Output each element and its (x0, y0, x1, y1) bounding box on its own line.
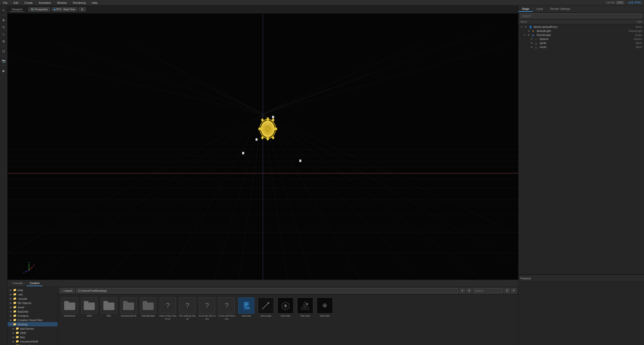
content-item-tut3-usda[interactable]: tut3.usda (296, 297, 314, 320)
svg-rect-47 (267, 118, 269, 121)
tree-item-vscode[interactable]: ▶ 📁 .vscode (8, 296, 58, 301)
stage-item-sphere[interactable]: 👁 ○ Sphere Sphere (518, 37, 644, 41)
menu-rendering[interactable]: Rendering (72, 1, 87, 5)
tree-item-insurance[interactable]: ▶ 📁 InsuranceStuff (8, 339, 58, 343)
filter-btn[interactable]: ▼ (460, 288, 465, 293)
content-grid: bad frames DND (58, 294, 518, 345)
svg-line-60 (25, 270, 29, 272)
viewport-tab[interactable]: Viewport (10, 7, 24, 12)
move-tool-icon[interactable]: ✥ (1, 17, 7, 23)
transform-tool-icon[interactable]: ⊞ (1, 38, 7, 44)
viewport-header: Viewport 📷 Perspective RTX - Real-Time 👁 (8, 6, 518, 14)
svg-point-55 (265, 126, 270, 132)
expand-icon: ▶ (12, 332, 15, 334)
folder-icon: 📁 (16, 344, 19, 345)
tree-item-3dobjects[interactable]: ▶ 📁 3D Objects (8, 301, 58, 305)
content-item-tut1a-usda[interactable]: tut1a.usda (257, 297, 275, 320)
content-browser: + Import ▼ ⊞ ☰ ⚙ (58, 287, 518, 345)
svg-rect-75 (244, 306, 247, 307)
content-item-todo-list[interactable]: ? To Do list 2021.docx (198, 297, 216, 320)
stage-item-omnigraph[interactable]: ▼ 👁 ◈ OmniGraph Scope (518, 33, 644, 37)
folder-icon: 📁 (13, 310, 17, 313)
tree-item-files[interactable]: ▶ 📁 files (8, 335, 58, 339)
content-item-todo-work[interactable]: ? To Do work list.docx (218, 297, 235, 320)
camera-tool-icon[interactable]: 📷 (1, 58, 7, 64)
bookmark-btn[interactable]: ⊞ (466, 288, 471, 293)
tree-item-dnd[interactable]: ▶ 📁 DND (8, 331, 58, 335)
tab-render-settings[interactable]: Render Settings (547, 6, 574, 12)
svg-rect-69 (123, 301, 128, 303)
tab-content[interactable]: Content (27, 281, 43, 286)
select-tool-icon[interactable]: ↖ (1, 8, 7, 13)
tree-item-creative-cloud[interactable]: ▶ 📁 Creative Cloud Files (8, 318, 58, 322)
graph-icon: ◈ (532, 34, 536, 36)
tab-layer[interactable]: Layer (533, 6, 547, 12)
content-item-trail-usda[interactable]: USD trail.usda (237, 297, 255, 320)
list-view-btn[interactable]: ☰ (505, 288, 510, 293)
tree-item-bad-frames[interactable]: ▶ 📁 bad frames (8, 326, 58, 331)
tree-item-ssh[interactable]: ▶ 📁 .ssh (8, 292, 58, 296)
content-item-have-nice-death[interactable]: ? Have a Nice Death.url (159, 297, 177, 320)
visibility-icon: 👁 (531, 38, 534, 40)
stage-panel: Stage Layer Render Settings Name Type ▼ … (518, 6, 644, 275)
search-input[interactable] (473, 288, 503, 293)
axis-svg: X Y Z (23, 262, 35, 274)
viewport[interactable]: Viewport 📷 Perspective RTX - Real-Time 👁 (8, 6, 518, 280)
tree-item-desktop[interactable]: ▼ 📂 Desktop (8, 322, 58, 326)
content-item-insurance[interactable]: InsuranceStu ff (120, 297, 137, 320)
settings-btn[interactable]: ⚙ (511, 288, 516, 293)
svg-text:Z: Z (23, 271, 25, 274)
stage-item-world[interactable]: ▼ 👁 👤 World (defaultPrim) Xform (518, 25, 644, 29)
viewport-eye-btn[interactable]: 👁 (79, 7, 86, 12)
scale-tool-icon[interactable]: ⤡ (1, 31, 7, 37)
content-item-dnd[interactable]: DND (80, 297, 98, 320)
cache-label: CACHE: OFF (606, 1, 624, 4)
menu-bar: File Edit Create Animation Window Render… (0, 0, 644, 6)
main-layout: ↖ ✥ ↻ ⤡ ⊞ ⊡ 📷 ▶ Viewport 📷 Perspective (0, 6, 644, 345)
bottom-panel: Console Content ▶ 📁 p4qt ▶ 📁 .ssh (8, 280, 518, 345)
tree-item-appdata[interactable]: ▶ 📁 AppData (8, 309, 58, 314)
tab-console[interactable]: Console (10, 281, 26, 286)
content-item-testing-folder[interactable]: TestingFolder (139, 297, 157, 320)
viewport-grid (8, 14, 518, 280)
right-panel: Stage Layer Render Settings Name Type ▼ … (518, 6, 644, 345)
tree-item-testing-folder[interactable]: ▶ 📁 TestingFolder (8, 343, 58, 345)
type-icon: 👤 (529, 26, 533, 28)
content-item-tut5-usda[interactable]: tut5.usda (316, 297, 334, 320)
toolbar-sep-4 (1, 66, 6, 66)
content-item-files[interactable]: files (100, 297, 118, 320)
stage-item-mesh[interactable]: 👁 △ mesh Mesh (518, 45, 644, 49)
visibility-icon: 👁 (531, 42, 534, 45)
tree-item-contacts[interactable]: ▶ 📁 Contacts (8, 314, 58, 318)
menu-window[interactable]: Window (56, 1, 68, 5)
stage-tree: ▼ 👁 👤 World (defaultPrim) Xform 👁 ✦ defa… (518, 24, 644, 274)
path-input[interactable] (76, 288, 458, 293)
menu-animation[interactable]: Animation (38, 1, 52, 5)
tab-stage[interactable]: Stage (518, 6, 533, 12)
play-tool-icon[interactable]: ▶ (1, 68, 7, 73)
tree-item-ansel[interactable]: ▶ 📁 ansel (8, 305, 58, 309)
content-item-tut2-usda[interactable]: tut2.usda (277, 297, 294, 320)
menu-edit[interactable]: Edit (13, 1, 19, 5)
expand-icon: ▶ (10, 315, 12, 317)
folder-icon: 📁 (13, 288, 17, 292)
content-item-sinking-city[interactable]: ? The Sinking City.url (179, 297, 196, 320)
menu-file[interactable]: File (2, 1, 9, 5)
snap-tool-icon[interactable]: ⊡ (1, 48, 7, 54)
svg-rect-63 (64, 301, 69, 303)
stage-item-defaultlight[interactable]: 👁 ✦ defaultLight DistantLight (518, 29, 644, 33)
col-name-label: Name (520, 20, 617, 23)
cache-info: CACHE: OFF LIVE SYNC. (606, 1, 642, 4)
render-btn[interactable]: RTX - Real-Time (52, 7, 77, 12)
import-button[interactable]: + Import (60, 288, 75, 293)
menu-create[interactable]: Create (23, 1, 34, 5)
stage-item-sprite[interactable]: 👁 △ sprite Mesh (518, 41, 644, 45)
expand-icon: ▶ (10, 289, 12, 291)
stage-search-input[interactable] (520, 14, 642, 18)
tree-item-p4qt[interactable]: ▶ 📁 p4qt (8, 288, 58, 292)
svg-rect-41 (256, 138, 258, 141)
camera-btn[interactable]: 📷 Perspective (28, 7, 50, 12)
rotate-tool-icon[interactable]: ↻ (1, 24, 7, 30)
content-item-bad-frames[interactable]: bad frames (61, 297, 78, 320)
menu-help[interactable]: Help (91, 1, 99, 5)
